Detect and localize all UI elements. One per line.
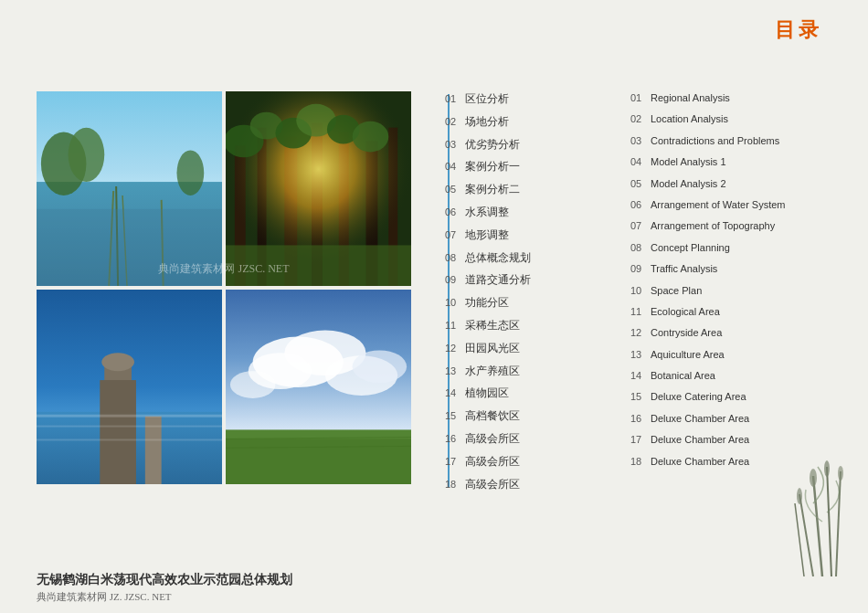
toc-text-en: Ecological Area (651, 305, 720, 319)
toc-item-en: 08Concept Planning (630, 241, 845, 255)
toc-num-cn: 02 (445, 115, 465, 129)
toc-text-en: Deluxe Chamber Area (651, 455, 749, 469)
toc-text-en: Deluxe Chamber Area (651, 433, 749, 447)
svg-line-50 (795, 503, 804, 576)
toc-item-en: 14Botanical Area (630, 369, 845, 383)
svg-point-40 (353, 350, 407, 383)
svg-rect-32 (37, 415, 222, 417)
image-1 (37, 91, 222, 286)
toc-num-en: 08 (630, 241, 651, 255)
toc-text-cn: 场地分析 (465, 114, 509, 130)
toc-num-en: 14 (630, 369, 651, 383)
toc-item-en: 05Model Analysis 2 (630, 177, 845, 191)
toc-item-en: 09Traffic Analysis (630, 262, 845, 276)
toc-num-en: 10 (630, 284, 651, 298)
svg-point-41 (230, 371, 276, 398)
toc-num-en: 11 (630, 305, 651, 319)
toc-item-cn: 01区位分析 (445, 91, 612, 107)
toc-num-en: 15 (630, 390, 651, 404)
toc-num-cn: 03 (445, 138, 465, 152)
toc-num-cn: 14 (445, 386, 465, 400)
toc-item-cn: 12田园风光区 (445, 341, 612, 356)
toc-text-cn: 植物园区 (465, 386, 509, 401)
toc-num-cn: 09 (445, 273, 465, 287)
toc-num-en: 12 (630, 326, 651, 340)
toc-item-cn: 04案例分析一 (445, 159, 612, 174)
toc-num-cn: 13 (445, 365, 465, 378)
toc-item-cn: 17高级会所区 (445, 454, 612, 470)
toc-text-cn: 田园风光区 (465, 341, 520, 356)
toc-item-cn: 16高级会所区 (445, 431, 612, 447)
toc-item-en: 13Aquiculture Area (630, 348, 845, 362)
toc-container: 01区位分析02场地分析03优劣势分析04案例分析一05案例分析二06水系调整0… (434, 91, 845, 499)
toc-text-en: Model Analysis 2 (651, 177, 726, 191)
toc-text-cn: 水产养殖区 (465, 364, 520, 379)
svg-point-24 (353, 122, 389, 153)
footer: 无锡鹤湖白米荡现代高效农业示范园总体规划 典尚建筑素材网 JZ. JZSC. N… (37, 572, 292, 604)
svg-rect-25 (226, 245, 411, 286)
toc-item-cn: 03优劣势分析 (445, 137, 612, 153)
toc-text-cn: 地形调整 (465, 227, 509, 243)
toc-item-en: 11Ecological Area (630, 305, 845, 319)
toc-text-cn: 高级会所区 (465, 431, 520, 447)
toc-item-en: 18Deluxe Chamber Area (630, 455, 845, 469)
toc-num-en: 06 (630, 198, 651, 212)
svg-point-3 (69, 128, 105, 182)
toc-text-cn: 高级会所区 (465, 454, 520, 470)
toc-num-en: 03 (630, 134, 651, 148)
toc-item-en: 17Deluxe Chamber Area (630, 433, 845, 447)
page-title: 目录 (775, 16, 822, 44)
toc-text-cn: 道路交通分析 (465, 272, 531, 288)
toc-item-en: 15Deluxe Catering Area (630, 390, 845, 404)
toc-text-en: Aquiculture Area (651, 348, 725, 362)
toc-num-cn: 16 (445, 432, 465, 446)
toc-num-cn: 18 (445, 478, 465, 491)
toc-text-cn: 高档餐饮区 (465, 408, 520, 424)
toc-item-cn: 06水系调整 (445, 205, 612, 220)
toc-item-cn: 02场地分析 (445, 114, 612, 130)
toc-text-en: Deluxe Chamber Area (651, 412, 749, 426)
toc-text-cn: 案例分析二 (465, 182, 520, 197)
toc-columns: 01区位分析02场地分析03优劣势分析04案例分析一05案例分析二06水系调整0… (434, 91, 845, 499)
toc-item-en: 03Contradictions and Problems (630, 134, 845, 148)
toc-text-cn: 优劣势分析 (465, 137, 520, 153)
toc-text-en: Contradictions and Problems (651, 134, 779, 148)
toc-text-en: Model Analysis 1 (651, 155, 726, 169)
svg-rect-34 (37, 439, 222, 440)
toc-num-cn: 04 (445, 160, 465, 174)
toc-item-en: 02Location Analysis (630, 112, 845, 126)
toc-num-en: 05 (630, 177, 651, 191)
svg-line-49 (799, 494, 813, 576)
toc-num-cn: 07 (445, 228, 465, 242)
toc-col-english: 01Regional Analysis02Location Analysis03… (612, 91, 845, 499)
toc-text-cn: 水系调整 (465, 205, 509, 220)
image-3 (37, 290, 222, 484)
toc-num-en: 13 (630, 348, 651, 362)
image-4 (226, 290, 411, 484)
toc-text-cn: 区位分析 (465, 91, 509, 107)
toc-item-en: 10Space Plan (630, 284, 845, 298)
toc-num-cn: 15 (445, 409, 465, 423)
svg-rect-33 (37, 426, 222, 428)
toc-item-cn: 18高级会所区 (445, 477, 612, 492)
toc-text-cn: 高级会所区 (465, 477, 520, 492)
toc-item-en: 16Deluxe Chamber Area (630, 412, 845, 426)
toc-text-en: Botanical Area (651, 369, 715, 383)
toc-num-cn: 01 (445, 92, 465, 106)
toc-text-en: Space Plan (651, 284, 702, 298)
toc-item-cn: 14植物园区 (445, 386, 612, 401)
toc-col-chinese: 01区位分析02场地分析03优劣势分析04案例分析一05案例分析二06水系调整0… (434, 91, 612, 499)
toc-num-en: 02 (630, 112, 651, 126)
toc-item-cn: 08总体概念规划 (445, 250, 612, 266)
toc-text-cn: 功能分区 (465, 295, 509, 311)
toc-item-cn: 13水产养殖区 (445, 364, 612, 379)
svg-point-29 (101, 353, 134, 371)
toc-num-cn: 12 (445, 342, 465, 355)
toc-text-en: Traffic Analysis (651, 262, 717, 276)
toc-num-en: 04 (630, 155, 651, 169)
toc-num-en: 18 (630, 455, 651, 469)
svg-point-4 (177, 150, 205, 196)
toc-num-cn: 05 (445, 183, 465, 196)
toc-num-cn: 10 (445, 296, 465, 310)
toc-num-en: 09 (630, 262, 651, 276)
